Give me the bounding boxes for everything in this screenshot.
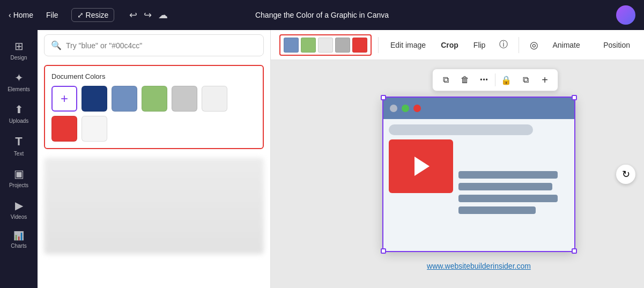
- lock-icon: 🔒: [501, 75, 512, 85]
- layer-icon: ⧉: [523, 75, 529, 85]
- sidebar-item-videos[interactable]: ▶ Videos: [0, 194, 38, 225]
- copy-icon: ⧉: [443, 75, 449, 85]
- more-button[interactable]: •••: [476, 71, 493, 88]
- mini-toolbar: ⧉ 🗑 ••• 🔒 ⧉ +: [432, 69, 558, 91]
- search-icon: 🔍: [51, 40, 62, 50]
- top-bar-left: ‹ Home File ⤢ Resize ↩ ↪ ☁: [9, 7, 170, 23]
- top-bar-right: [616, 5, 635, 25]
- browser-dot-gray: [390, 105, 397, 112]
- text-line-2: [458, 183, 552, 190]
- crop-button[interactable]: Crop: [435, 38, 464, 53]
- text-line-4: [458, 206, 536, 214]
- color-swatch-red[interactable]: [51, 116, 77, 142]
- toolbar-swatch-light[interactable]: [318, 38, 333, 53]
- selection-handle-bl: [381, 248, 386, 254]
- sidebar-item-label: Projects: [9, 182, 28, 188]
- color-swatch-white[interactable]: [82, 116, 107, 142]
- canvas-wrapper: www.websitebuilderinsider.com ↻: [271, 60, 644, 288]
- selection-handle-tr: [572, 95, 577, 100]
- add-element-button[interactable]: +: [536, 71, 553, 88]
- play-icon: [414, 157, 430, 176]
- browser-dot-red: [413, 105, 421, 112]
- rotate-button[interactable]: ↻: [616, 165, 635, 184]
- toolbar-swatch-red[interactable]: [352, 38, 367, 53]
- toolbar-divider-2: [519, 37, 519, 53]
- mini-divider: [495, 73, 495, 86]
- content-area: [389, 139, 569, 246]
- text-icon: T: [15, 135, 22, 149]
- address-bar: [389, 124, 533, 135]
- sidebar-item-label: Elements: [8, 86, 30, 92]
- main-graphic[interactable]: www.websitebuilderinsider.com: [382, 97, 575, 252]
- selection-handle-tl: [381, 95, 386, 100]
- back-button[interactable]: ‹ Home: [9, 11, 33, 19]
- info-button[interactable]: ⓘ: [495, 36, 512, 54]
- selection-handle-br: [572, 248, 577, 254]
- animate-button[interactable]: Animate: [547, 38, 585, 53]
- color-swatch-near-white[interactable]: [202, 86, 227, 112]
- toolbar-swatch-gray[interactable]: [335, 38, 350, 53]
- videos-icon: ▶: [15, 199, 23, 212]
- color-search-input[interactable]: [66, 41, 257, 50]
- cloud-save-button[interactable]: ☁: [156, 7, 170, 23]
- color-swatch-light-gray[interactable]: [172, 86, 197, 112]
- search-bar: 🔍: [44, 34, 264, 56]
- undo-button[interactable]: ↩: [127, 7, 139, 23]
- colors-grid: +: [51, 86, 256, 142]
- blurred-image-results: [44, 158, 264, 254]
- sidebar-item-elements[interactable]: ✦ Elements: [0, 66, 38, 98]
- add-icon: +: [61, 91, 68, 106]
- video-thumbnail: [389, 139, 453, 193]
- sidebar-item-charts[interactable]: 📊 Charts: [0, 225, 38, 254]
- browser-mockup: [383, 98, 574, 251]
- back-icon: ‹: [9, 11, 11, 19]
- top-bar: ‹ Home File ⤢ Resize ↩ ↪ ☁ Change the Co…: [0, 0, 644, 30]
- browser-content: [383, 119, 574, 251]
- add-color-button[interactable]: +: [51, 86, 77, 112]
- projects-icon: ▣: [14, 167, 24, 180]
- sidebar-item-text[interactable]: T Text: [0, 129, 38, 162]
- color-swatch-medium-blue[interactable]: [112, 86, 137, 112]
- avatar[interactable]: [616, 5, 635, 25]
- document-title: Change the Color of a Graphic in Canva: [255, 11, 389, 19]
- color-panel: 🔍 Document Colors +: [38, 30, 271, 288]
- document-colors-title: Document Colors: [51, 72, 256, 80]
- uploads-icon: ⬆: [14, 103, 24, 116]
- flip-button[interactable]: Flip: [468, 38, 491, 53]
- color-swatch-dark-blue[interactable]: [82, 86, 107, 112]
- color-swatch-green[interactable]: [142, 86, 167, 112]
- add-icon: +: [542, 74, 548, 86]
- charts-icon: 📊: [13, 231, 24, 241]
- main-content: ⊞ Design ✦ Elements ⬆ Uploads T Text ▣ P…: [0, 30, 644, 288]
- text-lines: [458, 139, 569, 246]
- browser-dot-green: [402, 105, 409, 112]
- delete-icon: 🗑: [461, 75, 469, 85]
- canvas-area: Edit image Crop Flip ⓘ ◎ Animate Positio…: [271, 30, 644, 288]
- redo-button[interactable]: ↪: [142, 7, 154, 23]
- lock-button[interactable]: 🔒: [498, 71, 515, 88]
- position-button[interactable]: Position: [598, 38, 635, 53]
- resize-label: Resize: [86, 11, 109, 19]
- layer-button[interactable]: ⧉: [517, 71, 534, 88]
- toolbar-divider-1: [378, 37, 379, 53]
- file-button[interactable]: File: [42, 9, 63, 21]
- delete-button[interactable]: 🗑: [456, 71, 473, 88]
- copy-button[interactable]: ⧉: [437, 71, 454, 88]
- canvas-toolbar: Edit image Crop Flip ⓘ ◎ Animate Positio…: [271, 30, 644, 60]
- toolbar-swatch-blue[interactable]: [284, 38, 299, 53]
- sidebar-item-projects[interactable]: ▣ Projects: [0, 162, 38, 194]
- text-line-3: [458, 195, 558, 202]
- sidebar-item-uploads[interactable]: ⬆ Uploads: [0, 98, 38, 129]
- document-colors-section: Document Colors +: [44, 65, 264, 149]
- website-url[interactable]: www.websitebuilderinsider.com: [427, 262, 531, 270]
- resize-button[interactable]: ⤢ Resize: [71, 8, 115, 22]
- toolbar-swatch-green[interactable]: [301, 38, 316, 53]
- sidebar-item-design[interactable]: ⊞ Design: [0, 34, 38, 66]
- sidebar-item-label: Text: [14, 151, 24, 157]
- info-icon: ⓘ: [499, 39, 508, 50]
- edit-image-button[interactable]: Edit image: [385, 38, 431, 53]
- browser-titlebar: [383, 98, 574, 119]
- home-label[interactable]: Home: [13, 11, 33, 19]
- elements-icon: ✦: [14, 71, 24, 84]
- sidebar: ⊞ Design ✦ Elements ⬆ Uploads T Text ▣ P…: [0, 30, 38, 288]
